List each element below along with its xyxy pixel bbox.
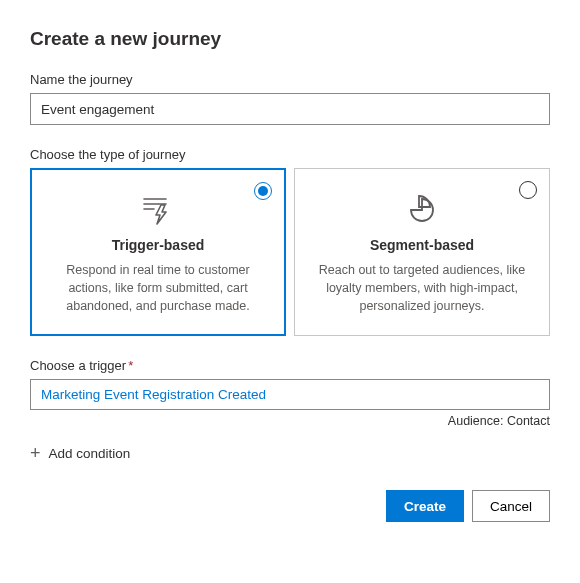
- cancel-button[interactable]: Cancel: [472, 490, 550, 522]
- card-title-segment: Segment-based: [313, 237, 531, 253]
- audience-label: Audience: Contact: [30, 414, 550, 428]
- plus-icon: +: [30, 444, 41, 462]
- card-title-trigger: Trigger-based: [49, 237, 267, 253]
- trigger-field-block: Choose a trigger* Marketing Event Regist…: [30, 358, 550, 428]
- page-title: Create a new journey: [30, 28, 550, 50]
- add-condition-label: Add condition: [49, 446, 131, 461]
- footer-buttons: Create Cancel: [30, 490, 550, 522]
- trigger-select[interactable]: Marketing Event Registration Created: [30, 379, 550, 410]
- card-desc-segment: Reach out to targeted audiences, like lo…: [313, 261, 531, 315]
- add-condition-button[interactable]: + Add condition: [30, 444, 130, 462]
- card-desc-trigger: Respond in real time to customer actions…: [49, 261, 267, 315]
- lightning-icon: [49, 193, 267, 227]
- name-label: Name the journey: [30, 72, 550, 87]
- radio-selected-icon: [254, 182, 272, 200]
- type-label: Choose the type of journey: [30, 147, 550, 162]
- required-asterisk: *: [128, 358, 133, 373]
- segment-based-card[interactable]: Segment-based Reach out to targeted audi…: [294, 168, 550, 336]
- journey-type-cards: Trigger-based Respond in real time to cu…: [30, 168, 550, 336]
- name-field-block: Name the journey: [30, 72, 550, 125]
- create-button[interactable]: Create: [386, 490, 464, 522]
- trigger-label: Choose a trigger*: [30, 358, 550, 373]
- pie-chart-icon: [313, 193, 531, 227]
- journey-name-input[interactable]: [30, 93, 550, 125]
- radio-unselected-icon: [519, 181, 537, 199]
- trigger-based-card[interactable]: Trigger-based Respond in real time to cu…: [30, 168, 286, 336]
